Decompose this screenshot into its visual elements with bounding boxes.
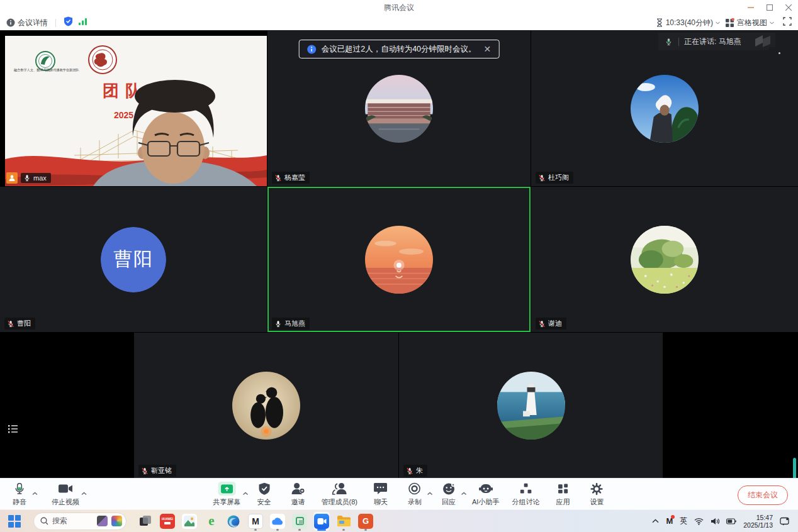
- mic-muted-icon: [538, 320, 546, 328]
- breakout-rooms-button[interactable]: 分组讨论: [512, 482, 539, 507]
- participant-tile-max[interactable]: 融合数字人文、翻译与国际传播教学创新团队 团队会 2025: [0, 31, 267, 186]
- wifi-icon[interactable]: [694, 518, 704, 525]
- search-highlight-icon-clapper: [97, 516, 108, 526]
- name-label: 马旭燕: [272, 318, 310, 330]
- app-g-tool[interactable]: G: [357, 512, 374, 531]
- video-grid: 融合数字人文、翻译与国际传播教学创新团队 团队会 2025: [0, 31, 798, 478]
- chevron-down-icon: [716, 21, 720, 25]
- participant-tile[interactable]: 曹阳 曹阳: [0, 187, 267, 332]
- speaking-indicator: 正在讲话: 马旭燕: [658, 33, 775, 50]
- manage-members-button[interactable]: 管理成员(8): [322, 482, 357, 507]
- invite-button[interactable]: 邀请: [288, 482, 309, 507]
- app-internet-explorer[interactable]: e: [203, 512, 220, 531]
- fullscreen-button[interactable]: [783, 17, 792, 28]
- hourglass-icon: [656, 18, 663, 27]
- reactions-button[interactable]: 回应: [438, 482, 459, 507]
- battery-icon[interactable]: [726, 518, 736, 524]
- chevron-up-icon[interactable]: [243, 487, 249, 498]
- name-label: 杨嘉莹: [272, 172, 310, 184]
- divider: [678, 38, 679, 46]
- view-mode-selector[interactable]: 宫格视图: [725, 18, 774, 28]
- ai-assistant-button[interactable]: AI小助手: [472, 482, 499, 507]
- app-tencent-meeting[interactable]: [313, 512, 330, 531]
- taskbar-search[interactable]: 搜索: [33, 513, 126, 530]
- avatar-outdoor-photo: [631, 75, 699, 143]
- participant-tile-active-speaker[interactable]: 马旭燕: [267, 187, 531, 332]
- mic-on-icon: [23, 174, 31, 182]
- university-seal-red: [89, 46, 116, 74]
- share-screen-button[interactable]: 共享屏幕: [213, 482, 241, 507]
- meeting-slide-year: 2025: [114, 110, 133, 120]
- watermark-dot: [778, 52, 780, 54]
- mic-muted-icon: [274, 174, 282, 182]
- app-file-explorer[interactable]: [335, 512, 352, 531]
- microphone-icon: [13, 482, 26, 496]
- ime-indicator[interactable]: 英: [680, 516, 687, 526]
- tencent-meeting-window: 腾讯会议 会议详情 10:33(40分钟) 宫格视图: [0, 0, 798, 532]
- mic-muted-icon: [406, 467, 413, 475]
- banner-close-icon[interactable]: ✕: [484, 45, 492, 53]
- network-signal-icon[interactable]: [78, 17, 87, 28]
- stop-video-button[interactable]: 停止视频: [52, 482, 79, 507]
- participant-tile[interactable]: 朱: [399, 333, 663, 478]
- app-mindmaster[interactable]: M: [247, 512, 264, 531]
- chevron-up-icon[interactable]: [32, 487, 38, 498]
- participant-tile[interactable]: 靳亚铭: [134, 333, 398, 478]
- date: 2025/1/13: [743, 521, 773, 529]
- host-badge-icon: [6, 172, 18, 184]
- app-huawei-store[interactable]: HUAWEI: [159, 512, 176, 531]
- app-screenshot-tool[interactable]: [291, 512, 308, 531]
- mic-level-icon: [665, 37, 673, 47]
- breakout-icon: [519, 482, 532, 495]
- app-photos[interactable]: [181, 512, 198, 531]
- tray-m-app-icon[interactable]: M: [666, 516, 673, 526]
- meeting-details[interactable]: 会议详情: [6, 18, 48, 28]
- members-icon: [332, 482, 347, 496]
- chevron-up-icon[interactable]: [427, 487, 433, 498]
- notification-center-icon[interactable]: [780, 517, 789, 526]
- banner-text: 会议已超过2人，自动转为40分钟限时会议。: [322, 44, 476, 55]
- chat-bubble-icon: [374, 482, 388, 495]
- mute-button[interactable]: 静音: [9, 482, 30, 507]
- record-button[interactable]: 录制: [404, 482, 425, 507]
- invite-person-icon: [291, 482, 305, 496]
- search-icon: [40, 517, 48, 525]
- member-list-icon[interactable]: [6, 422, 20, 436]
- app-cloud-drive[interactable]: [269, 512, 286, 531]
- window-title: 腾讯会议: [384, 3, 414, 13]
- name-label: 杜巧阁: [536, 172, 573, 184]
- security-button[interactable]: 安全: [254, 482, 275, 507]
- meeting-timer[interactable]: 10:33(40分钟): [656, 18, 720, 28]
- app-edge[interactable]: [225, 512, 242, 531]
- minimize-button[interactable]: [741, 0, 760, 15]
- clock[interactable]: 15:47 2025/1/13: [743, 514, 773, 529]
- team-banner-text: 融合数字人文、翻译与国际传播教学创新团队: [14, 68, 80, 72]
- name-label: 曹阳: [4, 318, 35, 330]
- start-button[interactable]: [6, 512, 23, 531]
- tray-hidden-icons-chevron[interactable]: [652, 519, 659, 523]
- share-screen-icon: [218, 482, 236, 496]
- avatar-lighthouse-photo: [497, 372, 565, 440]
- system-tray: M 英 15:47 2025/1/13: [652, 514, 792, 529]
- settings-button[interactable]: 设置: [586, 482, 607, 507]
- volume-icon[interactable]: [711, 518, 719, 525]
- maximize-button[interactable]: [760, 0, 779, 15]
- participant-tile[interactable]: 谢迪: [531, 187, 798, 332]
- apps-button[interactable]: 应用: [552, 482, 573, 507]
- grid-view-icon: [725, 18, 734, 28]
- info-icon: [6, 18, 15, 27]
- watermark-tab: [769, 47, 783, 57]
- close-button[interactable]: [779, 0, 798, 15]
- chevron-up-icon[interactable]: [81, 487, 87, 498]
- name-label: max: [21, 173, 51, 183]
- time: 15:47: [743, 514, 773, 521]
- chat-button[interactable]: 聊天: [370, 482, 391, 507]
- app-capcut[interactable]: [137, 512, 154, 531]
- ai-robot-icon: [478, 482, 493, 495]
- chevron-up-icon[interactable]: [461, 487, 467, 498]
- mic-muted-icon: [141, 467, 149, 475]
- security-shield-icon[interactable]: [64, 16, 73, 29]
- name-label: 靳亚铭: [138, 465, 176, 477]
- participant-tile[interactable]: 杜巧阁: [531, 31, 798, 186]
- end-meeting-button[interactable]: 结束会议: [738, 485, 788, 505]
